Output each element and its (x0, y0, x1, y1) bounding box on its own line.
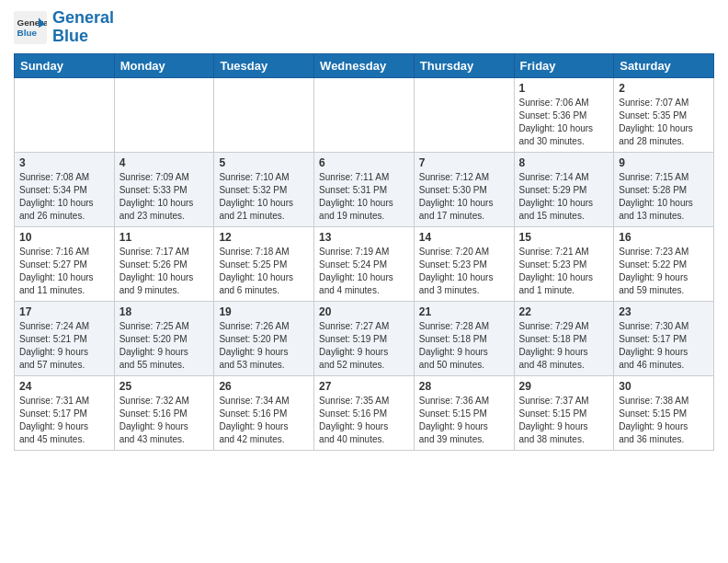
calendar-day-cell (15, 77, 115, 152)
day-number: 20 (319, 305, 409, 318)
day-number: 30 (619, 380, 709, 393)
weekday-header-saturday: Saturday (614, 53, 714, 77)
day-info: Sunrise: 7:37 AMSunset: 5:15 PMDaylight:… (519, 395, 609, 446)
calendar-day-cell: 20Sunrise: 7:27 AMSunset: 5:19 PMDayligh… (314, 301, 415, 375)
day-info: Sunrise: 7:14 AMSunset: 5:29 PMDaylight:… (519, 171, 609, 223)
calendar-day-cell: 26Sunrise: 7:34 AMSunset: 5:16 PMDayligh… (214, 375, 314, 450)
day-number: 8 (519, 156, 609, 169)
day-info: Sunrise: 7:12 AMSunset: 5:30 PMDaylight:… (419, 171, 509, 223)
day-info: Sunrise: 7:32 AMSunset: 5:16 PMDaylight:… (119, 395, 210, 446)
day-number: 28 (419, 380, 509, 393)
calendar-day-cell: 27Sunrise: 7:35 AMSunset: 5:16 PMDayligh… (314, 375, 415, 450)
day-info: Sunrise: 7:29 AMSunset: 5:18 PMDaylight:… (519, 320, 609, 372)
day-number: 17 (19, 305, 109, 318)
day-number: 23 (619, 305, 709, 318)
calendar-week-row: 17Sunrise: 7:24 AMSunset: 5:21 PMDayligh… (15, 301, 714, 375)
calendar-day-cell: 6Sunrise: 7:11 AMSunset: 5:31 PMDaylight… (314, 152, 415, 226)
day-info: Sunrise: 7:06 AMSunset: 5:36 PMDaylight:… (519, 97, 609, 148)
day-info: Sunrise: 7:27 AMSunset: 5:19 PMDaylight:… (319, 320, 409, 372)
day-number: 3 (19, 156, 109, 169)
day-number: 21 (419, 305, 509, 318)
day-number: 6 (319, 156, 409, 169)
day-number: 9 (619, 156, 709, 169)
day-number: 18 (119, 305, 210, 318)
calendar-day-cell: 4Sunrise: 7:09 AMSunset: 5:33 PMDaylight… (114, 152, 214, 226)
calendar-day-cell (114, 77, 214, 152)
calendar-day-cell: 23Sunrise: 7:30 AMSunset: 5:17 PMDayligh… (614, 301, 714, 375)
svg-text:Blue: Blue (17, 28, 38, 38)
day-info: Sunrise: 7:16 AMSunset: 5:27 PMDaylight:… (19, 246, 109, 297)
day-number: 22 (519, 305, 609, 318)
calendar-day-cell: 25Sunrise: 7:32 AMSunset: 5:16 PMDayligh… (114, 375, 214, 450)
day-info: Sunrise: 7:26 AMSunset: 5:20 PMDaylight:… (219, 320, 309, 372)
calendar-day-cell: 1Sunrise: 7:06 AMSunset: 5:36 PMDaylight… (514, 77, 614, 152)
header: General Blue General Blue (14, 9, 714, 46)
day-info: Sunrise: 7:20 AMSunset: 5:23 PMDaylight:… (419, 246, 509, 297)
calendar-day-cell: 17Sunrise: 7:24 AMSunset: 5:21 PMDayligh… (15, 301, 115, 375)
day-number: 5 (219, 156, 309, 169)
calendar-day-cell: 24Sunrise: 7:31 AMSunset: 5:17 PMDayligh… (15, 375, 115, 450)
day-info: Sunrise: 7:28 AMSunset: 5:18 PMDaylight:… (419, 320, 509, 372)
day-info: Sunrise: 7:17 AMSunset: 5:26 PMDaylight:… (119, 246, 210, 297)
day-number: 14 (419, 231, 509, 244)
calendar-day-cell (414, 77, 514, 152)
day-info: Sunrise: 7:19 AMSunset: 5:24 PMDaylight:… (319, 246, 409, 297)
calendar-day-cell: 10Sunrise: 7:16 AMSunset: 5:27 PMDayligh… (15, 226, 115, 301)
calendar-day-cell: 19Sunrise: 7:26 AMSunset: 5:20 PMDayligh… (214, 301, 314, 375)
page: General Blue General Blue SundayMondayTu… (0, 0, 728, 465)
day-number: 7 (419, 156, 509, 169)
day-number: 11 (119, 231, 210, 244)
calendar-day-cell: 29Sunrise: 7:37 AMSunset: 5:15 PMDayligh… (514, 375, 614, 450)
calendar-day-cell: 30Sunrise: 7:38 AMSunset: 5:15 PMDayligh… (614, 375, 714, 450)
day-number: 26 (219, 380, 309, 393)
calendar-week-row: 1Sunrise: 7:06 AMSunset: 5:36 PMDaylight… (15, 77, 714, 152)
calendar-day-cell: 12Sunrise: 7:18 AMSunset: 5:25 PMDayligh… (214, 226, 314, 301)
calendar-day-cell: 13Sunrise: 7:19 AMSunset: 5:24 PMDayligh… (314, 226, 415, 301)
calendar-week-row: 10Sunrise: 7:16 AMSunset: 5:27 PMDayligh… (15, 226, 714, 301)
weekday-header-friday: Friday (514, 53, 614, 77)
calendar-day-cell: 28Sunrise: 7:36 AMSunset: 5:15 PMDayligh… (414, 375, 514, 450)
day-info: Sunrise: 7:09 AMSunset: 5:33 PMDaylight:… (119, 171, 210, 223)
weekday-header-thursday: Thursday (414, 53, 514, 77)
calendar-week-row: 3Sunrise: 7:08 AMSunset: 5:34 PMDaylight… (15, 152, 714, 226)
calendar-day-cell: 11Sunrise: 7:17 AMSunset: 5:26 PMDayligh… (114, 226, 214, 301)
calendar-day-cell: 3Sunrise: 7:08 AMSunset: 5:34 PMDaylight… (15, 152, 115, 226)
weekday-header-tuesday: Tuesday (214, 53, 314, 77)
calendar-day-cell: 9Sunrise: 7:15 AMSunset: 5:28 PMDaylight… (614, 152, 714, 226)
weekday-header-sunday: Sunday (15, 53, 115, 77)
day-number: 13 (319, 231, 409, 244)
day-number: 15 (519, 231, 609, 244)
calendar-day-cell: 21Sunrise: 7:28 AMSunset: 5:18 PMDayligh… (414, 301, 514, 375)
calendar-week-row: 24Sunrise: 7:31 AMSunset: 5:17 PMDayligh… (15, 375, 714, 450)
day-info: Sunrise: 7:10 AMSunset: 5:32 PMDaylight:… (219, 171, 309, 223)
calendar-table: SundayMondayTuesdayWednesdayThursdayFrid… (14, 53, 714, 451)
day-info: Sunrise: 7:38 AMSunset: 5:15 PMDaylight:… (619, 395, 709, 446)
day-number: 29 (519, 380, 609, 393)
day-number: 2 (619, 82, 709, 95)
calendar-day-cell: 5Sunrise: 7:10 AMSunset: 5:32 PMDaylight… (214, 152, 314, 226)
calendar-day-cell: 18Sunrise: 7:25 AMSunset: 5:20 PMDayligh… (114, 301, 214, 375)
logo-icon: General Blue (14, 11, 47, 44)
calendar-day-cell: 14Sunrise: 7:20 AMSunset: 5:23 PMDayligh… (414, 226, 514, 301)
calendar-day-cell: 7Sunrise: 7:12 AMSunset: 5:30 PMDaylight… (414, 152, 514, 226)
day-info: Sunrise: 7:25 AMSunset: 5:20 PMDaylight:… (119, 320, 210, 372)
day-number: 16 (619, 231, 709, 244)
day-info: Sunrise: 7:24 AMSunset: 5:21 PMDaylight:… (19, 320, 109, 372)
calendar-day-cell: 22Sunrise: 7:29 AMSunset: 5:18 PMDayligh… (514, 301, 614, 375)
logo-blue: Blue (52, 27, 88, 45)
day-number: 1 (519, 82, 609, 95)
day-info: Sunrise: 7:35 AMSunset: 5:16 PMDaylight:… (319, 395, 409, 446)
calendar-day-cell: 8Sunrise: 7:14 AMSunset: 5:29 PMDaylight… (514, 152, 614, 226)
weekday-header-row: SundayMondayTuesdayWednesdayThursdayFrid… (15, 53, 714, 77)
day-info: Sunrise: 7:34 AMSunset: 5:16 PMDaylight:… (219, 395, 309, 446)
logo-text: General Blue (52, 9, 114, 46)
calendar-day-cell (314, 77, 415, 152)
day-number: 10 (19, 231, 109, 244)
day-number: 27 (319, 380, 409, 393)
calendar-day-cell: 2Sunrise: 7:07 AMSunset: 5:35 PMDaylight… (614, 77, 714, 152)
day-info: Sunrise: 7:18 AMSunset: 5:25 PMDaylight:… (219, 246, 309, 297)
day-info: Sunrise: 7:15 AMSunset: 5:28 PMDaylight:… (619, 171, 709, 223)
day-number: 24 (19, 380, 109, 393)
day-number: 19 (219, 305, 309, 318)
day-number: 4 (119, 156, 210, 169)
